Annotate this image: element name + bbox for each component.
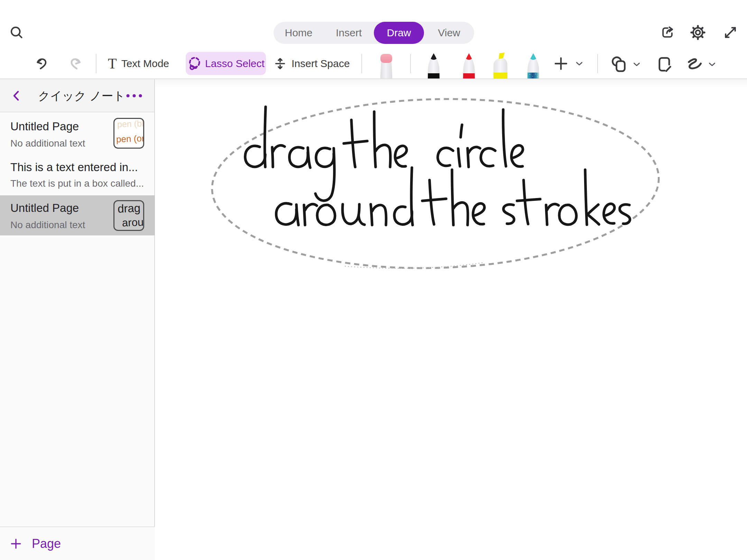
- gear-icon: [690, 25, 706, 40]
- pen-galaxy-icon: [524, 53, 543, 79]
- pen-red-icon: [459, 53, 479, 79]
- thumbnail-ink-text: drag: [117, 202, 140, 215]
- tab-home[interactable]: Home: [274, 22, 324, 44]
- highlighter-yellow[interactable]: [490, 53, 511, 79]
- text-mode-button[interactable]: T Text Mode: [108, 53, 169, 75]
- expand-icon: [723, 25, 738, 40]
- share-button[interactable]: [657, 22, 678, 43]
- toolbar-divider: [410, 54, 411, 73]
- shapes-button[interactable]: [610, 55, 649, 74]
- page-title: This is a text entered in...: [10, 161, 138, 174]
- back-button[interactable]: [6, 85, 27, 106]
- pen-galaxy[interactable]: [524, 53, 543, 79]
- lasso-select-label: Lasso Select: [205, 58, 265, 69]
- plus-icon: [10, 538, 22, 550]
- page-pencil-icon: [656, 55, 674, 73]
- insert-space-button[interactable]: Insert Space: [273, 53, 350, 75]
- onenote-app: Home Insert Draw View: [0, 0, 747, 560]
- tab-insert[interactable]: Insert: [324, 22, 374, 44]
- insert-space-icon: [273, 57, 287, 71]
- page-list-item[interactable]: Untitled Page No additional text pen (bl…: [0, 112, 155, 157]
- eraser-icon: [378, 53, 395, 79]
- settings-button[interactable]: [688, 22, 708, 43]
- ink-annotate-button[interactable]: [656, 55, 675, 74]
- page-subtitle: No additional text: [10, 138, 85, 149]
- page-subtitle: No additional text: [10, 220, 85, 231]
- search-button[interactable]: [6, 22, 27, 43]
- ink-strokes[interactable]: [245, 107, 630, 225]
- toolbar-divider: [597, 54, 598, 73]
- notebook-section-title: クイック ノート: [38, 79, 125, 112]
- thumbnail-ink-text: pen (ora: [116, 133, 144, 144]
- pen-black-icon: [424, 53, 443, 79]
- drawing-canvas[interactable]: drag the circle around the strokes: [155, 79, 747, 560]
- squiggle-icon: [685, 55, 703, 73]
- eraser-tool[interactable]: [378, 53, 395, 79]
- lasso-icon: [187, 56, 202, 71]
- fullscreen-button[interactable]: [720, 22, 741, 43]
- highlighter-icon: [490, 53, 511, 79]
- lasso-selection-marquee[interactable]: [210, 93, 661, 274]
- toolbar-divider: [361, 54, 362, 73]
- insert-space-label: Insert Space: [292, 58, 350, 69]
- chevron-down-icon: [631, 59, 642, 69]
- page-thumbnail: pen (bl pen (ora: [113, 118, 144, 149]
- page-list-item-selected[interactable]: Untitled Page No additional text drag ar…: [0, 195, 155, 235]
- chevron-down-icon: [707, 59, 717, 69]
- toolbar-divider: [96, 54, 96, 73]
- add-page-label: Page: [32, 527, 61, 560]
- tab-draw[interactable]: Draw: [374, 22, 424, 44]
- thumbnail-ink-text: arou: [122, 216, 144, 229]
- plus-icon: [553, 55, 569, 72]
- pen-red[interactable]: [459, 53, 479, 79]
- page-list-sidebar: クイック ノート Untitled Page No additional tex…: [0, 79, 155, 560]
- share-icon: [660, 25, 675, 40]
- free-ink-button[interactable]: [685, 55, 724, 74]
- redo-button[interactable]: [67, 54, 86, 73]
- chevron-down-icon: [574, 58, 584, 69]
- page-title: Untitled Page: [10, 120, 79, 133]
- undo-arrow-icon: [34, 56, 50, 72]
- chevron-left-icon: [11, 90, 22, 102]
- page-thumbnail: drag arou: [113, 200, 144, 231]
- search-icon: [9, 25, 24, 40]
- add-page-button[interactable]: Page: [0, 526, 155, 560]
- lasso-select-button[interactable]: Lasso Select: [186, 52, 266, 75]
- add-pen-button[interactable]: [553, 54, 589, 73]
- redo-arrow-icon: [67, 56, 83, 72]
- text-mode-label: Text Mode: [121, 58, 169, 69]
- text-mode-icon: T: [108, 56, 117, 71]
- page-title: Untitled Page: [10, 202, 79, 215]
- sidebar-header: クイック ノート: [0, 79, 154, 112]
- page-list-item[interactable]: This is a text entered in... The text is…: [0, 157, 155, 195]
- thumbnail-ink-text: pen (bl: [117, 119, 144, 130]
- page-subtitle: The text is put in a box called...: [10, 178, 144, 189]
- more-options-button[interactable]: [122, 85, 147, 106]
- draw-toolbar: T Text Mode Lasso Select Insert Space: [0, 48, 747, 79]
- ribbon-tabs: Home Insert Draw View: [274, 22, 474, 44]
- pen-black[interactable]: [424, 53, 443, 79]
- ellipsis-icon: [125, 92, 143, 99]
- tab-view[interactable]: View: [424, 22, 474, 44]
- shapes-icon: [610, 55, 628, 73]
- undo-button[interactable]: [34, 54, 54, 73]
- top-bar: Home Insert Draw View: [0, 0, 747, 48]
